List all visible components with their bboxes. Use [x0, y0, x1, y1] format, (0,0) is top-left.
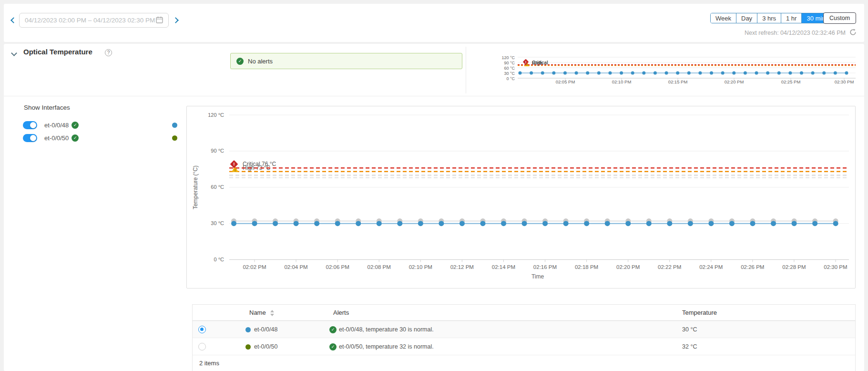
svg-text:30 °C: 30 °C [211, 220, 224, 226]
next-refresh-text: Next refresh: 04/12/2023 02:32:46 PM [745, 30, 846, 36]
refresh-icon[interactable] [849, 29, 857, 37]
table-item-count: 2 items [193, 355, 855, 371]
temperature-chart-card: 0 °C30 °C60 °C90 °C120 °C02:02 PM02:04 P… [186, 106, 856, 289]
svg-text:02:12 PM: 02:12 PM [450, 264, 474, 270]
svg-text:120 °C: 120 °C [208, 112, 224, 118]
column-header-name[interactable]: Name [249, 305, 274, 321]
svg-text:02:28 PM: 02:28 PM [782, 264, 806, 270]
row-interface-name: et-0/0/50 [254, 338, 277, 355]
no-alerts-text: No alerts [248, 58, 273, 65]
date-range-input[interactable]: 04/12/2023 02:00 PM – 04/12/2023 02:30 P… [19, 13, 169, 28]
svg-text:60 °C: 60 °C [211, 184, 224, 190]
interface-ok-icon [71, 134, 79, 142]
svg-text:02:30 PM: 02:30 PM [824, 264, 847, 270]
temperature-line-chart: 0 °C30 °C60 °C90 °C120 °C02:02 PM02:04 P… [187, 106, 856, 289]
row-alert-text: et-0/0/50, temperature 32 is normal. [339, 338, 434, 355]
range-button-week[interactable]: Week [711, 13, 736, 23]
svg-text:02:16 PM: 02:16 PM [533, 264, 557, 270]
previous-range-chevron-icon[interactable] [10, 17, 17, 23]
column-header-alerts: Alerts [333, 305, 349, 321]
range-button-day[interactable]: Day [736, 13, 757, 23]
svg-text:!: ! [235, 168, 236, 173]
series-color-dot [172, 123, 177, 128]
top-toolbar: 04/12/2023 02:00 PM – 04/12/2023 02:30 P… [4, 4, 864, 42]
svg-text:30 °C: 30 °C [504, 71, 515, 76]
svg-text:02:02 PM: 02:02 PM [243, 264, 266, 270]
svg-text:02:18 PM: 02:18 PM [575, 264, 598, 270]
interfaces-table: Name Alerts Temperature et-0/0/48 et-0/0… [192, 304, 856, 371]
alert-ok-icon [329, 326, 337, 333]
calendar-icon[interactable] [156, 16, 163, 25]
series-color-dot [245, 327, 251, 332]
row-radio-button[interactable] [198, 343, 206, 350]
svg-text:02:30 PM: 02:30 PM [835, 79, 854, 84]
series-color-dot [245, 344, 251, 350]
header-divider [466, 47, 466, 93]
svg-text:02:15 PM: 02:15 PM [668, 79, 688, 84]
svg-text:02:26 PM: 02:26 PM [741, 264, 764, 270]
row-alert-text: et-0/0/48, temperature 30 is normal. [339, 321, 434, 338]
column-header-temperature: Temperature [682, 305, 717, 321]
time-range-segmented-control: Week Day 3 hrs 1 hr 30 mins [710, 13, 834, 23]
interface-row: et-0/0/50 [23, 132, 79, 144]
table-row[interactable]: et-0/0/48 et-0/0/48, temperature 30 is n… [193, 321, 855, 338]
svg-text:02:24 PM: 02:24 PM [699, 264, 723, 270]
svg-text:120 °C: 120 °C [501, 55, 515, 60]
section-header: Optical Temperature ? No alerts 0 °C30 °… [4, 44, 864, 96]
collapse-chevron-icon[interactable] [11, 50, 17, 56]
row-radio-button[interactable] [198, 326, 206, 333]
svg-text:Time: Time [531, 273, 544, 280]
interface-label: et-0/0/48 [44, 122, 69, 129]
row-temperature: 30 °C [682, 321, 697, 338]
svg-text:Temperature (°C): Temperature (°C) [192, 165, 199, 209]
table-row[interactable]: et-0/0/50 et-0/0/50, temperature 32 is n… [193, 338, 855, 355]
svg-text:02:22 PM: 02:22 PM [658, 264, 681, 270]
show-interfaces-title: Show Interfaces [24, 104, 70, 111]
interface-label: et-0/0/50 [44, 134, 69, 142]
interface-ok-icon [71, 122, 79, 129]
optical-temperature-panel: Optical Temperature ? No alerts 0 °C30 °… [4, 44, 864, 371]
help-icon[interactable]: ? [105, 49, 112, 56]
svg-text:02:20 PM: 02:20 PM [725, 79, 744, 84]
svg-text:!: ! [234, 162, 235, 166]
range-button-3hrs[interactable]: 3 hrs [757, 13, 781, 23]
svg-text:02:25 PM: 02:25 PM [781, 79, 801, 84]
no-alerts-banner: No alerts [230, 53, 462, 69]
svg-text:90 °C: 90 °C [211, 148, 224, 154]
svg-text:Critical: Critical [532, 60, 548, 65]
success-check-icon [236, 58, 244, 65]
sort-icon[interactable] [270, 310, 274, 316]
svg-text:90 °C: 90 °C [504, 61, 515, 65]
svg-text:02:20 PM: 02:20 PM [616, 264, 640, 270]
section-title: Optical Temperature [23, 48, 92, 56]
svg-text:!: ! [525, 60, 527, 64]
range-button-1hr[interactable]: 1 hr [781, 13, 801, 23]
row-temperature: 32 °C [682, 338, 697, 355]
svg-text:02:14 PM: 02:14 PM [492, 264, 515, 270]
interface-toggle[interactable] [23, 134, 37, 142]
svg-text:0 °C: 0 °C [214, 257, 224, 262]
custom-range-button[interactable]: Custom [823, 12, 856, 24]
svg-text:02:10 PM: 02:10 PM [409, 264, 432, 270]
svg-text:Critical 76 °C: Critical 76 °C [243, 161, 276, 167]
next-range-chevron-icon[interactable] [173, 17, 179, 23]
svg-text:0 °C: 0 °C [506, 76, 515, 81]
svg-text:02:10 PM: 02:10 PM [612, 79, 632, 84]
date-range-value: 04/12/2023 02:00 PM – 04/12/2023 02:30 P… [25, 17, 155, 24]
svg-text:02:05 PM: 02:05 PM [556, 79, 575, 84]
svg-text:02:06 PM: 02:06 PM [326, 264, 349, 270]
interface-toggle[interactable] [23, 121, 37, 129]
series-color-dot [172, 135, 177, 141]
alert-ok-icon [329, 343, 337, 350]
interface-row: et-0/0/48 [23, 119, 79, 131]
svg-text:60 °C: 60 °C [504, 66, 515, 71]
svg-text:02:04 PM: 02:04 PM [284, 264, 307, 270]
svg-text:02:08 PM: 02:08 PM [368, 264, 391, 270]
next-refresh-status: Next refresh: 04/12/2023 02:32:46 PM [745, 29, 857, 37]
temperature-overview-mini-chart: 0 °C30 °C60 °C90 °C120 °C02:05 PM02:10 P… [490, 45, 862, 89]
row-interface-name: et-0/0/48 [254, 321, 277, 338]
table-header-row: Name Alerts Temperature [193, 305, 855, 321]
